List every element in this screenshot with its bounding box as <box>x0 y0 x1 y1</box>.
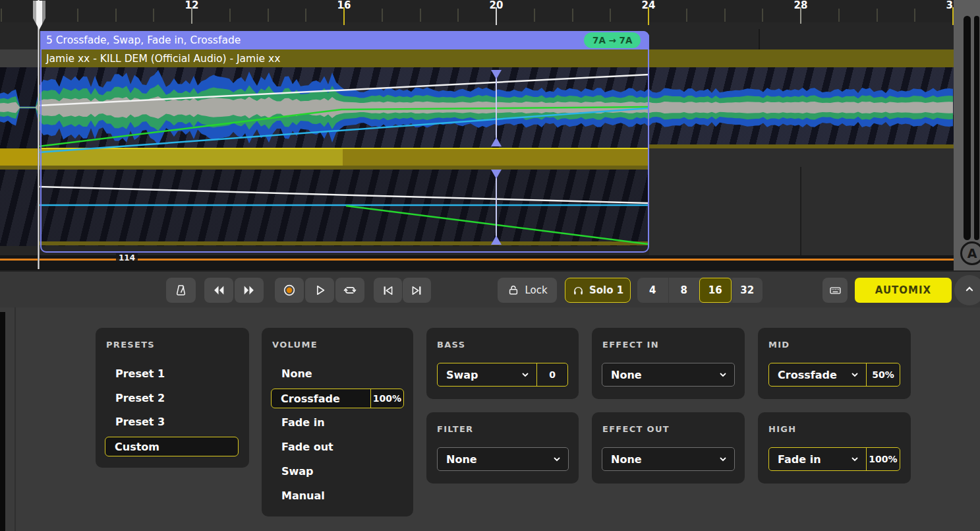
volume-option-manual[interactable]: Manual <box>281 486 325 506</box>
preset-custom-label: Custom <box>105 441 238 453</box>
automix-editor-window: 8 12 16 20 24 28 32 5 Crossfade, Swap, F… <box>0 0 980 531</box>
rewind-button[interactable] <box>204 278 233 303</box>
timeline[interactable]: 8 12 16 20 24 28 32 5 Crossfade, Swap, F… <box>0 0 980 270</box>
bass-amount[interactable]: 0 <box>536 363 567 386</box>
chevron-down-icon <box>552 454 568 464</box>
preset-1-option[interactable]: Preset 1 <box>115 364 165 384</box>
solo-label: Solo 1 <box>589 284 623 296</box>
mid-dropdown[interactable]: Crossfade 50% <box>768 363 900 387</box>
track-title-label: Jamie xx - KILL DEM (Official Audio) - J… <box>46 53 280 65</box>
playhead-line <box>38 0 40 269</box>
fast-forward-icon <box>242 283 256 297</box>
keyboard-icon <box>828 284 842 297</box>
bass-value: Swap <box>438 369 521 381</box>
loop-length-option-32[interactable]: 32 <box>732 278 763 303</box>
ruler-label: 12 <box>185 0 199 11</box>
high-amount[interactable]: 100% <box>866 448 900 470</box>
play-button[interactable] <box>305 278 334 303</box>
mid-card: MID Crossfade 50% <box>758 328 911 399</box>
presets-card: PRESETS Preset 1 Preset 2 Preset 3 Custo… <box>96 328 249 468</box>
ruler[interactable]: 8 12 16 20 24 28 32 <box>0 0 954 22</box>
loop-length-option-8[interactable]: 8 <box>668 278 700 303</box>
preset-custom-option[interactable]: Custom <box>105 437 239 456</box>
high-card: HIGH Fade in 100% <box>758 412 911 484</box>
scrollbar-track[interactable] <box>974 16 979 240</box>
fast-forward-button[interactable] <box>235 278 264 303</box>
preset-2-option[interactable]: Preset 2 <box>115 389 165 408</box>
presets-title: PRESETS <box>106 340 155 350</box>
rewind-icon <box>212 283 226 297</box>
volume-option-fade-in[interactable]: Fade in <box>281 413 325 433</box>
loop-icon <box>343 283 357 297</box>
skip-forward-button[interactable] <box>403 278 431 303</box>
record-icon <box>282 283 297 297</box>
automix-button[interactable]: AUTOMIX <box>855 278 952 303</box>
effect-out-dropdown[interactable]: None <box>602 447 735 471</box>
bass-title: BASS <box>437 340 465 350</box>
clip-header-bar[interactable]: 5 Crossfade, Swap, Fade in, Crossfade <box>40 31 649 49</box>
panel-left-edge <box>0 312 5 531</box>
filter-dropdown[interactable]: None <box>437 447 569 471</box>
volume-option-swap[interactable]: Swap <box>281 462 314 482</box>
loop-button[interactable] <box>335 278 364 303</box>
volume-option-fade-out[interactable]: Fade out <box>281 437 333 457</box>
headphones-icon <box>572 284 585 297</box>
effect-out-title: EFFECT OUT <box>602 424 670 434</box>
chevron-down-icon <box>718 454 734 464</box>
toolbar: Lock Solo 1 4 8 16 32 AUTOMIX <box>0 270 980 307</box>
effect-in-dropdown[interactable]: None <box>602 363 735 387</box>
ruler-label: 16 <box>337 0 351 11</box>
high-value: Fade in <box>769 453 850 466</box>
mid-title: MID <box>768 340 790 350</box>
high-title: HIGH <box>768 424 796 434</box>
volume-crossfade-value[interactable]: 100% <box>370 389 403 408</box>
ruler-label: 24 <box>642 0 656 11</box>
volume-title: VOLUME <box>272 340 318 350</box>
keyboard-button[interactable] <box>822 278 848 303</box>
bpm-label: 114 <box>116 253 138 263</box>
skip-back-button[interactable] <box>374 278 402 303</box>
effect-in-title: EFFECT IN <box>602 340 659 350</box>
effect-out-value: None <box>602 453 718 466</box>
previous-track-block <box>0 49 38 67</box>
effect-in-card: EFFECT IN None <box>592 328 745 399</box>
volume-option-none[interactable]: None <box>281 364 312 384</box>
metronome-button[interactable] <box>166 278 196 303</box>
chevron-down-icon <box>850 454 866 464</box>
loop-length-option-4[interactable]: 4 <box>637 278 668 303</box>
volume-card: VOLUME None Crossfade 100% Fade in Fade … <box>262 328 413 516</box>
ruler-label: 28 <box>794 0 808 11</box>
effect-out-card: EFFECT OUT None <box>592 412 745 484</box>
volume-crossfade-label: Crossfade <box>272 392 370 405</box>
bpm-line[interactable] <box>0 259 954 261</box>
metronome-icon <box>174 284 188 297</box>
skip-back-icon <box>381 284 395 297</box>
high-dropdown[interactable]: Fade in 100% <box>768 447 900 471</box>
preset-3-option[interactable]: Preset 3 <box>115 412 165 432</box>
chevron-down-icon <box>718 370 734 379</box>
bass-card: BASS Swap 0 <box>426 328 579 399</box>
lock-button[interactable]: Lock <box>498 278 557 303</box>
scroll-strip[interactable]: A <box>954 0 980 270</box>
transition-panels: PRESETS Preset 1 Preset 2 Preset 3 Custo… <box>0 307 980 531</box>
lock-label: Lock <box>525 284 547 296</box>
filter-title: FILTER <box>437 424 473 434</box>
panel-divider <box>14 307 16 531</box>
lock-icon <box>507 284 520 297</box>
chevron-down-icon <box>850 370 866 379</box>
filter-card: FILTER None <box>426 412 579 484</box>
mid-amount[interactable]: 50% <box>866 363 900 386</box>
mid-value: Crossfade <box>769 369 850 381</box>
solo-button[interactable]: Solo 1 <box>565 278 631 303</box>
bass-dropdown[interactable]: Swap 0 <box>437 363 568 387</box>
volume-option-crossfade[interactable]: Crossfade 100% <box>271 389 404 408</box>
scrollbar-thumb[interactable] <box>964 16 971 240</box>
record-button[interactable] <box>275 278 304 303</box>
track-title-bar[interactable]: Jamie xx - KILL DEM (Official Audio) - J… <box>40 49 954 67</box>
loop-length-option-16[interactable]: 16 <box>699 278 732 303</box>
collapse-button[interactable] <box>954 275 980 305</box>
key-badge: 7A → 7A <box>584 32 641 48</box>
filter-value: None <box>438 453 552 466</box>
skip-forward-icon <box>410 284 424 297</box>
algoriddim-a-logo-icon: A <box>960 241 980 265</box>
